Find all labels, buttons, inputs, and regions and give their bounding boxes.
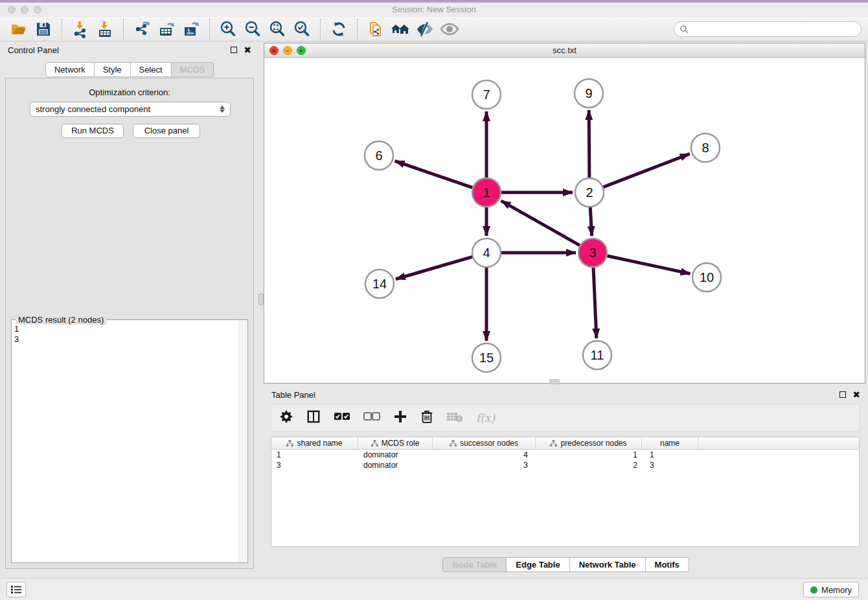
import-table-icon[interactable] bbox=[95, 19, 115, 39]
graph-edge[interactable] bbox=[501, 201, 581, 246]
graph-node[interactable]: 8 bbox=[691, 133, 720, 162]
tab-motifs[interactable]: Motifs bbox=[646, 557, 689, 572]
eye-slash-icon[interactable] bbox=[415, 19, 435, 39]
gear-icon[interactable] bbox=[279, 410, 293, 426]
app-traffic-lights[interactable] bbox=[8, 6, 41, 14]
graph-edge[interactable] bbox=[589, 110, 589, 179]
add-column-icon[interactable] bbox=[393, 410, 407, 426]
mcds-result-text[interactable]: 1 3 bbox=[14, 324, 19, 345]
delete-table-icon[interactable] bbox=[446, 411, 463, 425]
save-floppy-icon[interactable] bbox=[34, 19, 53, 39]
tab-style[interactable]: Style bbox=[95, 62, 131, 77]
graph-node[interactable]: 11 bbox=[583, 341, 611, 369]
duplicate-network-icon[interactable] bbox=[366, 19, 385, 39]
optimization-criterion-select[interactable]: strongly connected component bbox=[30, 102, 231, 117]
graph-node[interactable]: 1 bbox=[472, 178, 501, 207]
function-builder-icon[interactable]: f(x) bbox=[476, 411, 495, 424]
graph-edge[interactable] bbox=[590, 206, 591, 236]
task-history-button[interactable] bbox=[6, 582, 26, 597]
float-window-icon[interactable] bbox=[839, 391, 846, 398]
node-table[interactable]: shared name MCDS role successor nodes pr… bbox=[271, 437, 860, 547]
search-input[interactable] bbox=[689, 23, 861, 36]
app-maximize-icon[interactable] bbox=[34, 6, 41, 14]
column-header[interactable]: predecessor nodes bbox=[536, 437, 642, 449]
zoom-out-icon[interactable] bbox=[243, 19, 262, 39]
close-panel-icon[interactable]: ✖ bbox=[244, 47, 251, 53]
graph-node[interactable]: 15 bbox=[472, 343, 501, 372]
column-header[interactable]: successor nodes bbox=[433, 437, 536, 449]
window-minimize-icon[interactable]: − bbox=[283, 46, 292, 55]
mcds-panel: Optimization criterion: strongly connect… bbox=[5, 78, 254, 569]
eye-icon[interactable] bbox=[440, 19, 459, 39]
cell-mcds-role[interactable]: dominator bbox=[358, 461, 433, 470]
graph-node[interactable]: 3 bbox=[578, 238, 607, 267]
cell-mcds-role[interactable]: dominator bbox=[358, 450, 433, 459]
cell-shared-name[interactable]: 3 bbox=[271, 461, 358, 470]
houses-icon[interactable] bbox=[391, 19, 410, 39]
column-header[interactable]: MCDS role bbox=[358, 437, 433, 449]
graph-node[interactable]: 9 bbox=[575, 79, 603, 108]
column-header[interactable]: name bbox=[642, 437, 698, 449]
cell-successor-nodes[interactable]: 3 bbox=[433, 461, 536, 470]
export-network-icon[interactable] bbox=[132, 19, 152, 39]
tab-mcds[interactable]: MCDS bbox=[172, 62, 214, 77]
column-header[interactable]: shared name bbox=[271, 437, 358, 449]
graph-node[interactable]: 10 bbox=[692, 263, 721, 292]
graph-edge[interactable] bbox=[593, 266, 597, 338]
table-row[interactable]: 3 dominator 3 2 3 bbox=[271, 460, 859, 470]
cell-predecessor-nodes[interactable]: 1 bbox=[536, 450, 642, 459]
graph-node[interactable]: 6 bbox=[365, 141, 393, 170]
export-table-icon[interactable] bbox=[157, 19, 176, 39]
run-mcds-button[interactable]: Run MCDS bbox=[62, 124, 124, 138]
optimization-criterion-label: Optimization criterion: bbox=[6, 87, 253, 97]
graph-node[interactable]: 2 bbox=[575, 178, 604, 207]
app-minimize-icon[interactable] bbox=[21, 6, 29, 14]
cell-name[interactable]: 3 bbox=[642, 461, 698, 470]
graph-edge[interactable] bbox=[395, 161, 474, 188]
close-panel-button[interactable]: Close panel bbox=[133, 124, 200, 138]
zoom-in-icon[interactable] bbox=[218, 19, 238, 39]
refresh-icon[interactable] bbox=[329, 19, 348, 39]
window-maximize-icon[interactable]: + bbox=[297, 46, 306, 55]
cell-name[interactable]: 1 bbox=[642, 450, 698, 459]
network-window-title: scc.txt bbox=[264, 43, 865, 57]
tab-network[interactable]: Network bbox=[45, 62, 95, 77]
cell-predecessor-nodes[interactable]: 2 bbox=[536, 461, 642, 470]
graph-node-label: 2 bbox=[586, 185, 593, 200]
app-close-icon[interactable] bbox=[8, 6, 16, 14]
trash-icon[interactable] bbox=[420, 410, 433, 426]
deselect-checkboxes-icon[interactable] bbox=[363, 411, 380, 424]
select-value: strongly connected component bbox=[36, 104, 150, 114]
tab-network-table[interactable]: Network Table bbox=[570, 557, 646, 572]
open-folder-icon[interactable] bbox=[9, 19, 29, 39]
table-row[interactable]: 1 dominator 4 1 1 bbox=[271, 450, 859, 460]
select-all-checkboxes-icon[interactable] bbox=[334, 411, 350, 424]
float-window-icon[interactable] bbox=[231, 47, 237, 53]
tab-select[interactable]: Select bbox=[131, 62, 172, 77]
splitpane-grip[interactable] bbox=[258, 294, 264, 305]
search-box[interactable] bbox=[674, 21, 862, 37]
graph-edge[interactable] bbox=[396, 257, 474, 279]
tab-edge-table[interactable]: Edge Table bbox=[507, 557, 569, 572]
import-network-icon[interactable] bbox=[71, 19, 90, 39]
graph-node[interactable]: 14 bbox=[365, 270, 394, 298]
tab-node-table[interactable]: Node Table bbox=[442, 557, 507, 572]
cell-successor-nodes[interactable]: 4 bbox=[433, 450, 536, 459]
graph-edge[interactable] bbox=[606, 255, 691, 273]
zoom-selected-icon[interactable] bbox=[292, 19, 312, 39]
column-pane-icon[interactable] bbox=[306, 410, 321, 426]
zoom-fit-icon[interactable] bbox=[268, 19, 287, 39]
graph-node[interactable]: 7 bbox=[472, 80, 501, 109]
memory-button[interactable]: Memory bbox=[803, 582, 859, 597]
graph-edge[interactable] bbox=[602, 154, 690, 187]
network-window-titlebar[interactable]: ✕ − + scc.txt bbox=[264, 43, 865, 58]
network-graph[interactable]: 7968124314101511 bbox=[264, 58, 865, 383]
result-scrollbar[interactable] bbox=[238, 321, 247, 562]
network-table-divider-grip[interactable] bbox=[549, 379, 560, 384]
cell-shared-name[interactable]: 1 bbox=[271, 450, 358, 459]
window-close-icon[interactable]: ✕ bbox=[269, 46, 279, 55]
memory-status-icon bbox=[810, 586, 817, 594]
graph-node[interactable]: 4 bbox=[472, 238, 501, 267]
close-panel-icon[interactable]: ✖ bbox=[852, 391, 860, 398]
export-image-icon[interactable] bbox=[181, 19, 201, 39]
